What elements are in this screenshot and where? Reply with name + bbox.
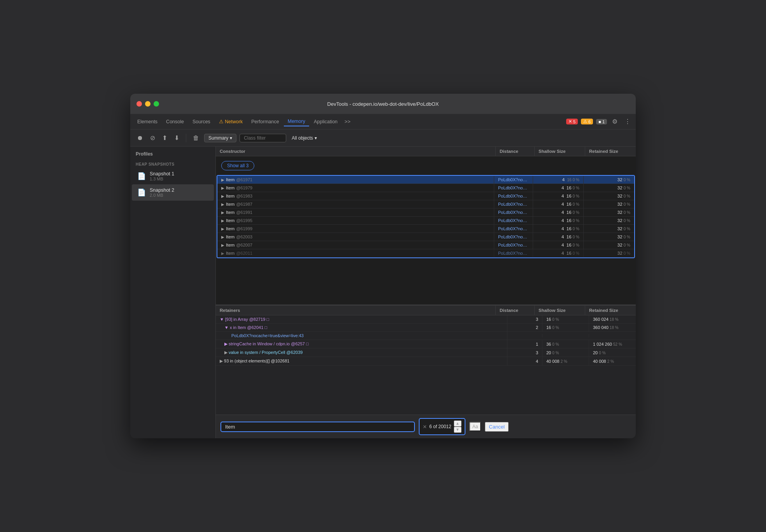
info-badge[interactable]: ■ 1	[596, 119, 607, 124]
table-row[interactable]: ▶ Item @62011 PoLdb0X?nocache=true&view=…	[217, 249, 634, 257]
link-cell[interactable]: PoLdb0X?nocache=true&view=live:43	[494, 217, 533, 224]
link-cell[interactable]: PoLdb0X?nocache=true&view=live:43	[494, 208, 533, 216]
retainer-row[interactable]: PoLdb0X?nocache=true&view=live:43	[216, 332, 636, 340]
search-input-wrap	[220, 422, 415, 432]
retainer-row[interactable]: ▼ x in Item @62041 □ 2 16 0 % 360 040 18…	[216, 324, 636, 332]
delete-button[interactable]: 🗑	[191, 134, 201, 142]
retained-cell: 32 0 %	[584, 184, 634, 192]
tab-console[interactable]: Console	[162, 117, 188, 126]
error-badge[interactable]: ✕ 5	[566, 119, 578, 124]
ret-expand-icon[interactable]: ▶	[224, 341, 229, 346]
link-cell[interactable]: PoLdb0X?nocache=true&view=live:43	[494, 184, 533, 192]
tab-more-button[interactable]: >>	[342, 117, 353, 126]
minimize-button[interactable]	[145, 101, 150, 107]
tab-memory[interactable]: Memory	[284, 117, 309, 126]
show-all-button[interactable]: Show all 3	[221, 161, 254, 170]
distance-cell: 4 16 0 %	[533, 208, 584, 216]
table-row[interactable]: ▶ Item @61983 PoLdb0X?nocache=true&view=…	[217, 192, 634, 200]
expand-icon[interactable]: ▶	[221, 227, 224, 231]
link-cell[interactable]: PoLdb0X?nocache=true&view=live:43	[494, 241, 533, 249]
table-row[interactable]: ▶ Item @61987 PoLdb0X?nocache=true&view=…	[217, 200, 634, 208]
expand-icon[interactable]: ▶	[221, 219, 224, 223]
table-row[interactable]: ▶ Item @61971 PoLdb0X?nocache=true&view=…	[217, 176, 634, 184]
ret-distance-cell: 3	[507, 315, 542, 323]
snapshot-item-2[interactable]: 📄 Snapshot 2 2.0 MB	[132, 184, 214, 201]
distance-cell: 4 16 0 %	[533, 192, 584, 200]
link-cell[interactable]: PoLdb0X?nocache=true&view=live:43	[494, 192, 533, 200]
search-prev-button[interactable]: ▲	[454, 420, 462, 427]
match-case-button[interactable]: Aa	[469, 422, 481, 431]
table-row[interactable]: ▶ Item @61999 PoLdb0X?nocache=true&view=…	[217, 225, 634, 233]
close-button[interactable]	[136, 101, 142, 107]
table-row[interactable]: ▶ Item @61991 PoLdb0X?nocache=true&view=…	[217, 208, 634, 217]
more-options-icon[interactable]: ⋮	[623, 117, 633, 126]
search-input[interactable]	[225, 424, 410, 430]
expand-icon[interactable]: ▶	[221, 178, 224, 182]
snapshot-item-1[interactable]: 📄 Snapshot 1 1.3 MB	[132, 168, 214, 184]
ret-object-cell: ▼ x in Item @62041 □	[216, 324, 507, 331]
ret-link[interactable]: PoLdb0X?nocache=true&view=live:43	[231, 333, 304, 338]
snapshot-2-name: Snapshot 2	[150, 187, 174, 193]
expand-icon[interactable]: ▶	[221, 243, 224, 247]
link-cell[interactable]: PoLdb0X?nocache=true&view=live:43	[494, 233, 533, 241]
cancel-button[interactable]: Cancel	[485, 422, 508, 432]
expand-icon[interactable]: ▶	[221, 186, 224, 190]
record-button[interactable]: ⏺	[135, 134, 145, 142]
retainer-row[interactable]: ▼ [93] in Array @82719 □ 3 16 0 % 360 02…	[216, 315, 636, 324]
tab-application[interactable]: Application	[310, 117, 341, 126]
summary-dropdown[interactable]: Summary ▾	[204, 134, 236, 142]
class-filter-input[interactable]	[240, 134, 286, 142]
ret-expand-icon[interactable]: ▼	[220, 317, 225, 322]
info-icon: ■	[598, 119, 601, 124]
item-name: Item	[226, 177, 234, 182]
snapshot-2-size: 2.0 MB	[150, 193, 174, 198]
ret-distance-header: Distance	[496, 306, 535, 315]
tab-elements[interactable]: Elements	[133, 117, 161, 126]
expand-icon[interactable]: ▶	[221, 251, 224, 256]
tab-sources[interactable]: Sources	[189, 117, 214, 126]
table-row[interactable]: ▶ Item @62003 PoLdb0X?nocache=true&view=…	[217, 233, 634, 241]
retainer-row[interactable]: ▶ value in system / PropertyCell @62039 …	[216, 348, 636, 357]
search-count: 6 of 20012	[429, 424, 451, 429]
table-row[interactable]: ▶ Item @61979 PoLdb0X?nocache=true&view=…	[217, 184, 634, 192]
expand-icon[interactable]: ▶	[221, 194, 224, 198]
sidebar: Profiles HEAP SNAPSHOTS 📄 Snapshot 1 1.3…	[130, 147, 216, 438]
distance-col-header: Distance	[496, 147, 535, 156]
download-button[interactable]: ⬇	[172, 133, 181, 142]
ret-retained-cell: 1 024 260 52 %	[589, 340, 636, 348]
link-cell[interactable]: PoLdb0X?nocache=true&view=live:43	[494, 200, 533, 208]
retainer-row[interactable]: ▶ stringCache in Window / cdpn.io @6257 …	[216, 340, 636, 348]
constructor-cell: ▶ Item @61991	[217, 208, 494, 216]
expand-icon[interactable]: ▶	[221, 235, 224, 239]
error-count: 5	[573, 119, 575, 124]
expand-icon[interactable]: ▶	[221, 210, 224, 215]
link-cell[interactable]: PoLdb0X?nocache=true&view=live:43	[494, 249, 533, 257]
warn-badge[interactable]: ⚠ 6	[581, 119, 593, 124]
tab-right-controls: ✕ 5 ⚠ 6 ■ 1 ⚙ ⋮	[566, 117, 633, 126]
traffic-lights	[136, 101, 159, 107]
expand-icon[interactable]: ▶	[221, 202, 224, 206]
ret-expand-icon[interactable]: ▼	[224, 325, 230, 330]
search-next-button[interactable]: ▼	[454, 427, 462, 433]
all-objects-dropdown[interactable]: All objects ▾	[292, 135, 317, 141]
search-clear-icon[interactable]: ✕	[423, 424, 427, 430]
table-row[interactable]: ▶ Item @62007 PoLdb0X?nocache=true&view=…	[217, 241, 634, 249]
clear-button[interactable]: ⊘	[148, 133, 157, 142]
table-row[interactable]: ▶ Item @61995 PoLdb0X?nocache=true&view=…	[217, 217, 634, 225]
distance-cell: 4 16 0 %	[533, 241, 584, 249]
tab-performance[interactable]: Performance	[247, 117, 283, 126]
title-bar: DevTools - codepen.io/web-dot-dev/live/P…	[130, 94, 636, 114]
tab-network[interactable]: ⚠ Network	[215, 117, 247, 126]
summary-arrow-icon: ▾	[230, 135, 232, 141]
maximize-button[interactable]	[154, 101, 159, 107]
link-cell[interactable]: PoLdb0X?nocache=true&view=live:43	[494, 176, 533, 184]
ret-retained-cell: 40 008 2 %	[589, 357, 636, 365]
retainer-row[interactable]: ▶ 93 in (object elements)[] @102681 4 40…	[216, 357, 636, 366]
summary-label: Summary	[208, 135, 228, 141]
ret-expand-icon[interactable]: ▶	[224, 350, 229, 355]
upload-button[interactable]: ⬆	[160, 133, 169, 142]
distance-cell: 4 16 0 %	[533, 225, 584, 233]
settings-icon[interactable]: ⚙	[610, 117, 619, 126]
link-cell[interactable]: PoLdb0X?nocache=true&view=live:43	[494, 225, 533, 233]
ret-expand-icon[interactable]: ▶	[220, 359, 224, 363]
